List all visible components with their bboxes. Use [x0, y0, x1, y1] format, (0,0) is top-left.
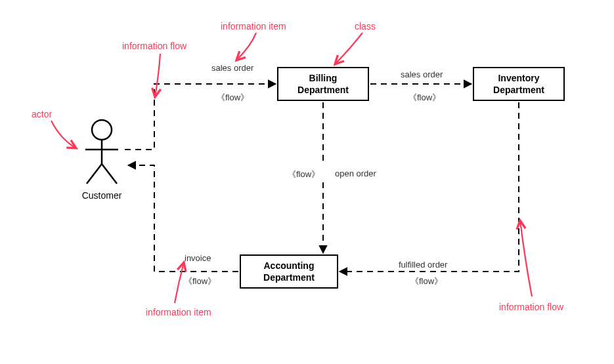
flow-stereo-billing-inv: 《flow》: [408, 92, 441, 104]
class-inventory: Inventory Department: [473, 67, 565, 101]
annot-arrow-infoflow-right: [520, 220, 532, 296]
class-accounting: Accounting Department: [240, 254, 338, 289]
flow-item-billing-acct: open order: [335, 169, 376, 178]
flow-stereo-cust-billing: 《flow》: [217, 92, 249, 104]
annot-arrow-infoitem-bot: [175, 262, 184, 303]
annot-info-item-top: information item: [221, 21, 286, 31]
class-accounting-label: Accounting Department: [263, 260, 315, 283]
svg-point-0: [92, 120, 112, 140]
actor-label: Customer: [79, 190, 125, 201]
flow-line-inv-acct: [340, 102, 519, 272]
class-billing-label: Billing Department: [297, 72, 349, 96]
flow-stereo-billing-acct: 《flow》: [288, 169, 320, 180]
flow-stereo-acct-cust: 《flow》: [184, 275, 216, 287]
actor-customer: [79, 118, 125, 193]
flow-stereo-inv-acct: 《flow》: [410, 275, 443, 287]
flow-item-inv-acct: fulfilled order: [399, 260, 447, 270]
flow-item-billing-inv: sales order: [401, 70, 443, 79]
stick-figure-icon: [79, 118, 125, 190]
flow-item-cust-billing: sales order: [211, 63, 253, 73]
annot-actor: actor: [32, 109, 52, 119]
annot-arrow-infoitem-top: [236, 33, 256, 60]
annot-arrow-infoflow-top: [155, 54, 160, 97]
annot-info-flow-right: information flow: [499, 302, 563, 312]
diagram-canvas: Customer Billing Department Inventory De…: [0, 0, 614, 364]
annot-arrow-actor: [51, 121, 76, 148]
annot-arrow-class: [335, 33, 362, 64]
class-inventory-label: Inventory Department: [493, 72, 544, 96]
annot-info-item-bot: information item: [146, 307, 211, 317]
svg-line-4: [102, 164, 117, 184]
flow-line-acct-cust: [128, 165, 238, 272]
flow-line-cust-billing: [125, 84, 276, 150]
annot-class: class: [355, 21, 376, 31]
flow-item-acct-cust: invoice: [185, 253, 211, 263]
annot-info-flow-top: information flow: [122, 41, 186, 51]
class-billing: Billing Department: [277, 67, 369, 101]
svg-line-3: [87, 164, 102, 184]
